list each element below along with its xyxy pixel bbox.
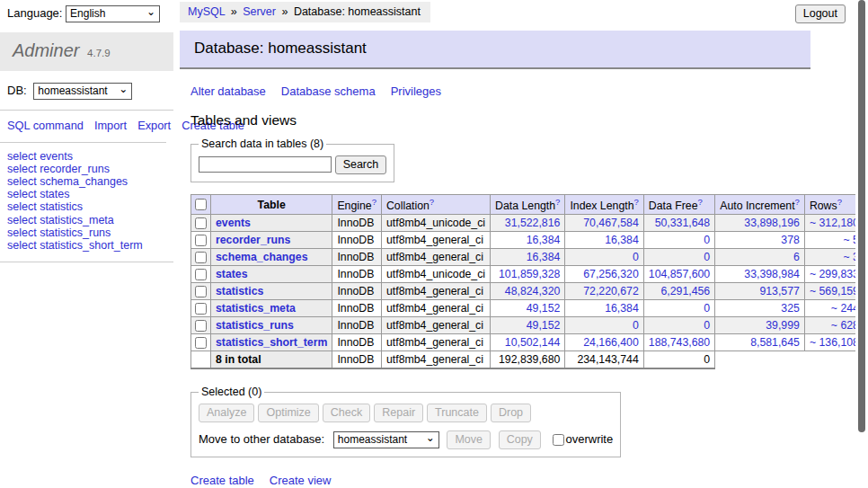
table-name-link[interactable]: statistics: [216, 285, 263, 297]
row-select-checkbox[interactable]: [195, 286, 207, 297]
table-name-link[interactable]: statistics_meta: [216, 302, 296, 315]
breadcrumb-server-type-link[interactable]: MySQL: [188, 5, 225, 18]
sidebar-select-table-link[interactable]: select statistics_meta: [7, 214, 166, 226]
data-free-link[interactable]: 188,743,680: [649, 336, 710, 349]
sidebar-select-table-link[interactable]: select recorder_runs: [7, 163, 166, 175]
index-length-link[interactable]: 70,467,584: [583, 217, 639, 229]
row-select-checkbox[interactable]: [195, 252, 207, 263]
rows-count-link[interactable]: ~ 569,159: [810, 285, 859, 297]
rows-count-link[interactable]: ~ 312,180: [810, 217, 859, 229]
rows-count-link[interactable]: ~ 299,833: [810, 268, 859, 280]
table-operation-button[interactable]: Repair: [374, 404, 423, 422]
language-select[interactable]: English: [66, 5, 160, 22]
column-help-link[interactable]: ?: [795, 197, 800, 207]
auto-increment-link[interactable]: 913,577: [759, 285, 799, 297]
data-length-link[interactable]: 31,522,816: [505, 217, 561, 229]
data-length-link[interactable]: 16,384: [527, 251, 561, 263]
sidebar-select-table-link[interactable]: select events: [7, 150, 166, 163]
table-name-link[interactable]: states: [216, 268, 248, 280]
create-link[interactable]: Create table: [190, 474, 254, 487]
data-length-link[interactable]: 10,502,144: [505, 336, 561, 349]
column-help-link[interactable]: ?: [372, 197, 376, 207]
table-operation-button[interactable]: Analyze: [199, 404, 254, 422]
auto-increment-link[interactable]: 6: [793, 251, 800, 263]
data-free-link[interactable]: 50,331,648: [655, 217, 711, 229]
vertical-scrollbar-thumb[interactable]: [858, 0, 865, 432]
auto-increment-link[interactable]: 33,898,196: [744, 217, 800, 229]
table-operation-button[interactable]: Optimize: [258, 404, 318, 422]
sidebar-select-table-link[interactable]: select schema_changes: [7, 175, 166, 188]
column-help-link[interactable]: ?: [697, 197, 702, 207]
index-length-link[interactable]: 24,166,400: [583, 336, 639, 349]
search-input[interactable]: [199, 156, 332, 173]
data-free-link[interactable]: 0: [704, 234, 710, 246]
select-all-checkbox[interactable]: [195, 199, 207, 210]
auto-increment-link[interactable]: 8,581,645: [750, 336, 800, 349]
data-free-link[interactable]: 104,857,600: [649, 268, 710, 280]
data-free-link[interactable]: 0: [704, 302, 710, 315]
logout-button[interactable]: Logout: [795, 4, 846, 23]
sidebar-select-table-link[interactable]: select statistics_short_term: [7, 239, 166, 252]
breadcrumb-server-link[interactable]: Server: [243, 5, 276, 18]
search-button[interactable]: Search: [335, 155, 387, 174]
table-name-link[interactable]: statistics_runs: [216, 319, 294, 332]
auto-increment-link[interactable]: 325: [781, 302, 800, 315]
column-help-link[interactable]: ?: [555, 197, 560, 207]
table-operation-button[interactable]: Drop: [491, 404, 531, 422]
index-length-link[interactable]: 16,384: [605, 234, 639, 246]
row-select-checkbox[interactable]: [195, 303, 207, 315]
sidebar-select-table-link[interactable]: select states: [7, 188, 166, 200]
sidebar-select-table-link[interactable]: select statistics_runs: [7, 226, 166, 239]
database-action-link[interactable]: Database schema: [281, 84, 376, 98]
column-help-link[interactable]: ?: [430, 197, 434, 207]
index-length-link[interactable]: 67,256,320: [583, 268, 639, 280]
data-length-link[interactable]: 16,384: [527, 234, 561, 246]
row-select-checkbox[interactable]: [195, 217, 207, 229]
database-action-link[interactable]: Alter database: [190, 84, 266, 98]
copy-button[interactable]: Copy: [499, 430, 541, 449]
data-length-link[interactable]: 48,824,320: [505, 285, 561, 297]
overwrite-option: overwrite: [552, 432, 613, 446]
table-operation-button[interactable]: Truncate: [427, 404, 487, 422]
data-length-link[interactable]: 101,859,328: [499, 268, 560, 280]
data-free-link[interactable]: 0: [704, 251, 710, 263]
overwrite-checkbox[interactable]: [553, 434, 564, 446]
data-length-link[interactable]: 49,152: [527, 302, 561, 315]
database-action-link[interactable]: Privileges: [391, 84, 441, 98]
vertical-scrollbar-track[interactable]: [855, 0, 868, 488]
sidebar-actions: SQL commandImportExportCreate table: [0, 111, 166, 143]
table-name-link[interactable]: statistics_short_term: [216, 336, 327, 349]
sidebar-action-link[interactable]: Import: [94, 119, 127, 132]
index-length-link[interactable]: 0: [633, 251, 639, 263]
db-select[interactable]: homeassistant: [33, 83, 132, 100]
row-select-checkbox[interactable]: [195, 269, 207, 280]
main-content: Alter databaseDatabase schemaPrivileges …: [180, 84, 810, 488]
table-operation-button[interactable]: Check: [323, 404, 370, 422]
row-select-checkbox[interactable]: [195, 337, 207, 349]
data-length-link[interactable]: 49,152: [527, 319, 561, 332]
index-length-link[interactable]: 16,384: [605, 302, 639, 315]
column-help-link[interactable]: ?: [837, 197, 842, 207]
auto-increment-link[interactable]: 33,398,984: [744, 268, 800, 280]
index-length-link[interactable]: 0: [633, 319, 639, 332]
table-name-link[interactable]: events: [216, 217, 251, 229]
row-select-checkbox[interactable]: [195, 320, 207, 332]
row-select-checkbox[interactable]: [195, 235, 207, 246]
collation-cell: utf8mb4_general_ci: [381, 232, 490, 249]
column-help-link[interactable]: ?: [634, 197, 639, 207]
move-button[interactable]: Move: [447, 430, 491, 449]
move-row: Move to other database: homeassistant Mo…: [199, 430, 613, 449]
data-free-link[interactable]: 6,291,456: [660, 285, 710, 297]
sidebar-select-table-link[interactable]: select statistics: [7, 200, 166, 213]
rows-count-link[interactable]: ~ 136,108: [810, 336, 859, 349]
create-link[interactable]: Create view: [270, 474, 332, 487]
move-db-select[interactable]: homeassistant: [333, 431, 439, 448]
auto-increment-link[interactable]: 39,999: [766, 319, 800, 332]
data-free-link[interactable]: 0: [704, 319, 710, 332]
table-name-link[interactable]: recorder_runs: [216, 234, 290, 246]
sidebar-action-link[interactable]: SQL command: [7, 119, 84, 132]
index-length-link[interactable]: 72,220,672: [583, 285, 639, 297]
auto-increment-link[interactable]: 378: [781, 234, 800, 246]
table-name-link[interactable]: schema_changes: [216, 251, 308, 263]
sidebar-action-link[interactable]: Export: [137, 119, 171, 132]
